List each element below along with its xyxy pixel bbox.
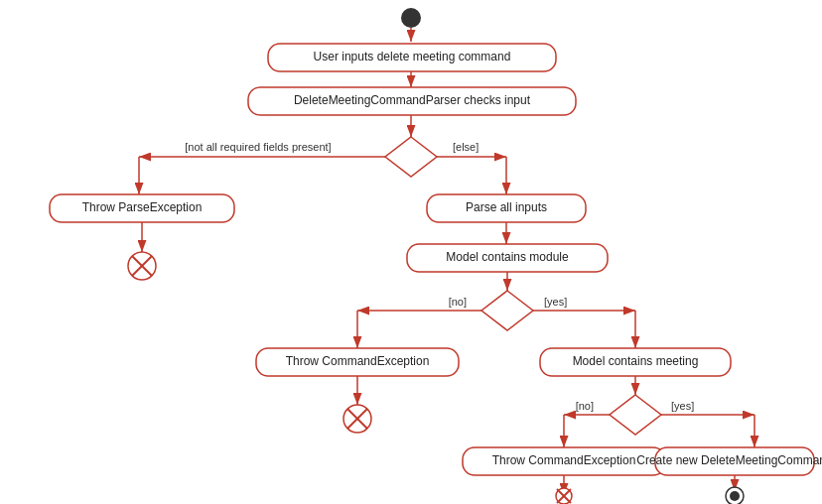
decision3-diamond — [610, 395, 661, 435]
model-meeting-label: Model contains meeting — [573, 354, 699, 368]
label-no-2: [no] — [576, 400, 594, 412]
initial-state — [401, 8, 421, 28]
parse-all-label: Parse all inputs — [466, 200, 547, 214]
user-input-label: User inputs delete meeting command — [314, 50, 511, 63]
throw-parse-label: Throw ParseException — [82, 200, 203, 214]
label-no-1: [no] — [449, 296, 467, 308]
label-else: [else] — [453, 141, 479, 153]
model-module-label: Model contains module — [446, 250, 569, 264]
create-cmd-label: Create new DeleteMeetingCommand — [636, 453, 822, 467]
decision1-diamond — [385, 137, 437, 177]
throw-cmd2-label: Throw CommandException — [492, 453, 636, 467]
throw-cmd1-label: Throw CommandException — [286, 354, 430, 368]
decision2-diamond — [481, 291, 533, 330]
end4-inner — [730, 491, 740, 501]
label-not-all-fields: [not all required fields present] — [185, 141, 331, 153]
parser-check-label: DeleteMeetingCommandParser checks input — [294, 93, 531, 107]
label-yes-1: [yes] — [544, 296, 567, 308]
activity-diagram: User inputs delete meeting command Delet… — [0, 0, 822, 504]
label-yes-2: [yes] — [671, 400, 694, 412]
